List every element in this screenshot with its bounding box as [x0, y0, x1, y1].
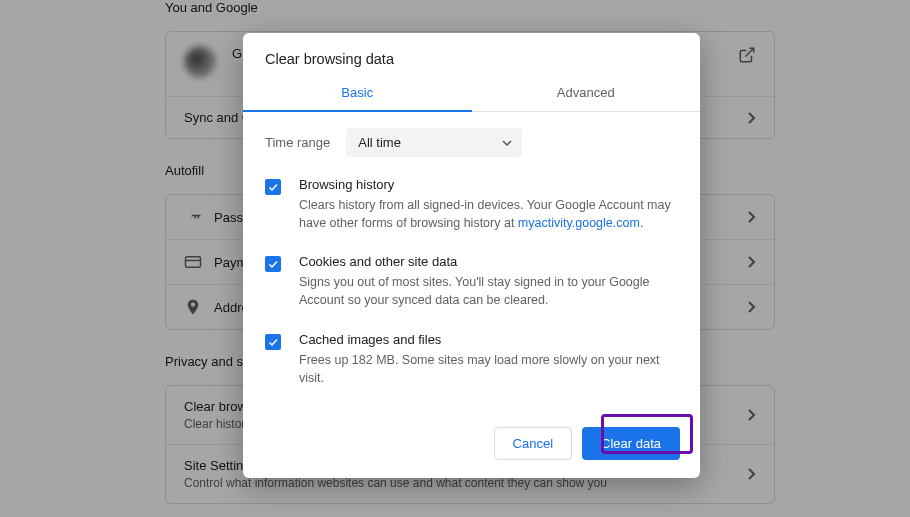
checkbox-desc: Signs you out of most sites. You'll stay…	[299, 273, 678, 309]
modal-tabs: Basic Advanced	[243, 73, 700, 112]
checkbox-item-cache: Cached images and files Frees up 182 MB.…	[265, 332, 678, 387]
modal-actions: Cancel Clear data	[243, 413, 700, 478]
clear-browsing-data-modal: Clear browsing data Basic Advanced Time …	[243, 33, 700, 478]
time-range-select[interactable]: All time	[346, 128, 522, 157]
checkbox-title: Browsing history	[299, 177, 678, 192]
modal-body: Time range All time Browsing history Cle…	[243, 112, 700, 413]
checkbox-item-cookies: Cookies and other site data Signs you ou…	[265, 254, 678, 309]
checkbox-history[interactable]	[265, 179, 281, 195]
checkbox-cookies[interactable]	[265, 256, 281, 272]
checkbox-desc: Frees up 182 MB. Some sites may load mor…	[299, 351, 678, 387]
time-range-row: Time range All time	[265, 128, 678, 157]
clear-data-button[interactable]: Clear data	[582, 427, 680, 460]
chevron-down-icon	[502, 140, 512, 146]
modal-title: Clear browsing data	[243, 33, 700, 73]
tab-advanced[interactable]: Advanced	[472, 73, 701, 111]
time-range-label: Time range	[265, 135, 330, 150]
myactivity-link[interactable]: myactivity.google.com	[518, 216, 640, 230]
checkbox-desc: Clears history from all signed-in device…	[299, 196, 678, 232]
checkbox-cache[interactable]	[265, 334, 281, 350]
cancel-button[interactable]: Cancel	[494, 427, 572, 460]
checkbox-title: Cached images and files	[299, 332, 678, 347]
tab-basic[interactable]: Basic	[243, 73, 472, 111]
checkbox-title: Cookies and other site data	[299, 254, 678, 269]
time-range-value: All time	[358, 135, 401, 150]
checkbox-item-history: Browsing history Clears history from all…	[265, 177, 678, 232]
